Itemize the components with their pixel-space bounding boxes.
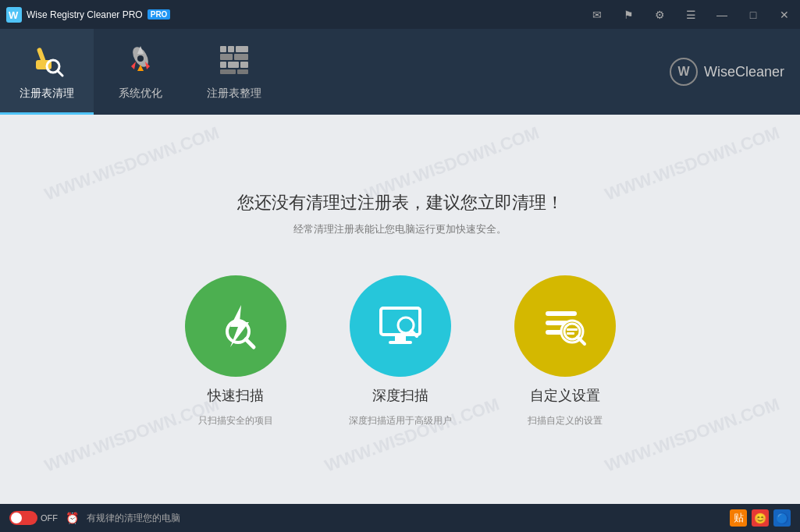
svg-rect-26 bbox=[395, 335, 406, 341]
status-icon-blue[interactable]: 🔵 bbox=[773, 509, 791, 527]
watermark-6: WWW.WISDOWN.COM bbox=[602, 395, 782, 477]
title-bar: W Wise Registry Cleaner PRO PRO ✉ ⚑ ⚙ ☰ … bbox=[0, 0, 800, 29]
title-controls: ✉ ⚑ ⚙ ☰ — □ ✕ bbox=[581, 0, 800, 29]
nav-system-optimize-label: 系统优化 bbox=[119, 87, 162, 101]
watermark-1: WWW.WISDOWN.COM bbox=[42, 122, 222, 204]
app-title: Wise Registry Cleaner PRO bbox=[27, 9, 143, 20]
svg-rect-17 bbox=[220, 62, 226, 68]
system-optimize-icon bbox=[123, 43, 158, 82]
custom-scan-desc: 扫描自定义的设置 bbox=[528, 414, 603, 427]
deep-scan-option[interactable]: 深度扫描 深度扫描适用于高级用户 bbox=[349, 275, 452, 427]
fast-scan-label: 快速扫描 bbox=[208, 386, 264, 405]
pro-badge: PRO bbox=[148, 9, 171, 20]
toggle-knob bbox=[11, 512, 22, 523]
svg-rect-20 bbox=[220, 69, 236, 74]
toggle-switch[interactable]: OFF bbox=[9, 511, 58, 525]
wisecleaner-logo: W WiseCleaner bbox=[670, 58, 784, 86]
fast-scan-desc: 只扫描安全的项目 bbox=[198, 414, 273, 427]
svg-rect-30 bbox=[546, 311, 577, 316]
watermark-3: WWW.WISDOWN.COM bbox=[602, 122, 782, 204]
svg-rect-21 bbox=[237, 69, 248, 74]
close-button[interactable]: ✕ bbox=[769, 0, 800, 29]
minimize-button[interactable]: — bbox=[706, 0, 738, 29]
registry-clean-icon bbox=[30, 43, 64, 82]
settings-icon[interactable]: ⚙ bbox=[644, 0, 675, 29]
status-bar: OFF ⏰ 有规律的清理您的电脑 贴 😊 🔵 bbox=[0, 504, 800, 532]
status-icon-red[interactable]: 😊 bbox=[752, 509, 769, 527]
nav-registry-clean[interactable]: 注册表清理 bbox=[0, 29, 94, 115]
logo-text: WiseCleaner bbox=[704, 64, 784, 80]
app-icon: W bbox=[6, 7, 22, 23]
svg-rect-13 bbox=[228, 46, 234, 52]
deep-scan-label: 深度扫描 bbox=[372, 386, 428, 405]
status-text: 有规律的清理您的电脑 bbox=[87, 512, 180, 525]
flag-icon[interactable]: ⚑ bbox=[613, 0, 644, 29]
svg-rect-19 bbox=[240, 62, 248, 68]
maximize-button[interactable]: □ bbox=[738, 0, 769, 29]
svg-rect-15 bbox=[220, 54, 233, 60]
main-title: 您还没有清理过注册表，建议您立即清理！ bbox=[237, 191, 564, 215]
svg-point-8 bbox=[137, 55, 144, 62]
custom-scan-option[interactable]: 自定义设置 扫描自定义的设置 bbox=[514, 275, 616, 427]
svg-line-24 bbox=[246, 339, 254, 347]
registry-defrag-icon bbox=[217, 43, 251, 82]
svg-marker-9 bbox=[131, 62, 136, 69]
svg-rect-14 bbox=[236, 46, 248, 52]
deep-scan-desc: 深度扫描适用于高级用户 bbox=[349, 414, 452, 427]
nav-registry-clean-label: 注册表清理 bbox=[20, 87, 74, 101]
svg-rect-27 bbox=[389, 341, 412, 344]
logo-circle-icon: W bbox=[670, 58, 698, 86]
svg-rect-12 bbox=[220, 46, 226, 52]
main-content: WWW.WISDOWN.COM WWW.WISDOWN.COM WWW.WISD… bbox=[0, 115, 800, 504]
custom-scan-label: 自定义设置 bbox=[530, 386, 600, 405]
custom-scan-circle bbox=[514, 275, 616, 377]
clock-icon: ⏰ bbox=[66, 512, 79, 524]
svg-rect-37 bbox=[567, 332, 574, 335]
deep-scan-circle bbox=[350, 275, 451, 377]
nav-registry-defrag-label: 注册表整理 bbox=[207, 87, 261, 101]
fast-scan-option[interactable]: 快速扫描 只扫描安全的项目 bbox=[185, 275, 286, 427]
svg-rect-16 bbox=[234, 54, 248, 60]
title-left: W Wise Registry Cleaner PRO PRO bbox=[6, 7, 170, 23]
nav-bar: 注册表清理 系统优化 bbox=[0, 29, 800, 115]
toggle-label: OFF bbox=[41, 513, 58, 523]
status-right: 贴 😊 🔵 bbox=[730, 509, 791, 527]
toggle-track[interactable] bbox=[9, 511, 37, 525]
nav-system-optimize[interactable]: 系统优化 bbox=[94, 29, 187, 115]
svg-rect-18 bbox=[228, 62, 239, 68]
svg-rect-36 bbox=[567, 328, 578, 331]
mail-icon[interactable]: ✉ bbox=[581, 0, 613, 29]
nav-registry-defrag[interactable]: 注册表整理 bbox=[187, 29, 281, 115]
scan-options: 快速扫描 只扫描安全的项目 深度扫描 深度扫描适用于高级用户 bbox=[185, 275, 616, 427]
menu-icon[interactable]: ☰ bbox=[675, 0, 706, 29]
svg-line-5 bbox=[58, 71, 62, 76]
svg-text:W: W bbox=[9, 9, 19, 21]
fast-scan-circle bbox=[185, 275, 286, 377]
status-icon-orange[interactable]: 贴 bbox=[730, 509, 747, 527]
main-subtitle: 经常清理注册表能让您电脑运行更加快速安全。 bbox=[293, 222, 507, 236]
